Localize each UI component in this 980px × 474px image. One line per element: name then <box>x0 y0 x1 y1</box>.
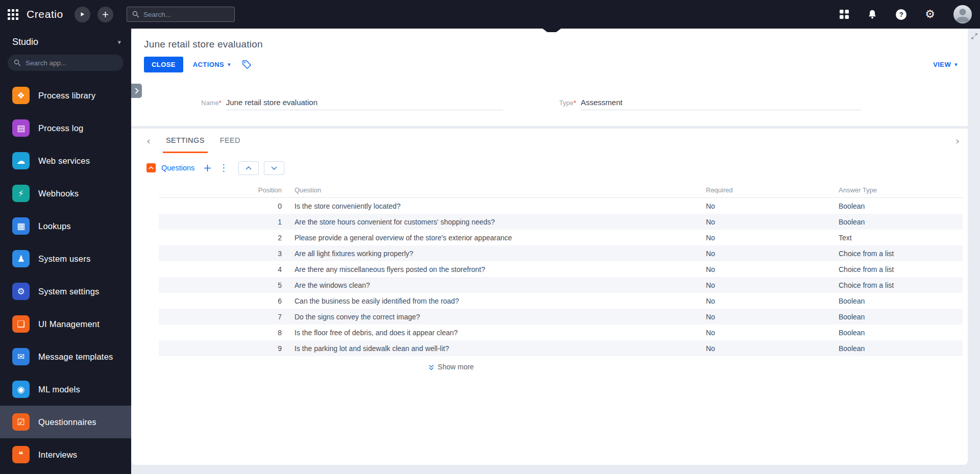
view-button[interactable]: VIEW ▾ <box>933 61 958 68</box>
cell-answer-type: Boolean <box>826 297 963 305</box>
sidebar-item-message-templates[interactable]: ✉Message templates <box>0 340 131 373</box>
sidebar-item-process-log[interactable]: ▤Process log <box>0 112 131 144</box>
type-field-label: Type* <box>559 99 576 107</box>
user-avatar[interactable] <box>953 5 972 23</box>
table-row[interactable]: 9Is the parking lot and sidewalk clean a… <box>159 340 963 356</box>
sidebar: Studio ▾ ❖Process library▤Process log☁We… <box>0 29 131 474</box>
cell-question: Are the store hours convenient for custo… <box>283 218 694 226</box>
topbar: Creatio ? ⚙ <box>0 0 980 29</box>
table-row[interactable]: 3Are all light fixtures working properly… <box>159 245 963 261</box>
topbar-left: Creatio <box>8 7 235 22</box>
lookups-icon: ▦ <box>12 217 30 235</box>
table-row[interactable]: 0Is the store conveniently located?NoBoo… <box>159 198 963 214</box>
show-more-label: Show more <box>438 363 474 371</box>
sidebar-item-label: Process log <box>38 123 83 133</box>
chevron-down-icon: ▾ <box>954 61 958 68</box>
collapse-section-button[interactable] <box>146 163 156 172</box>
sidebar-item-ui-management[interactable]: ❏UI Management <box>0 308 131 340</box>
cell-position: 2 <box>159 234 283 242</box>
interviews-icon: ❝ <box>12 446 30 463</box>
run-process-button[interactable] <box>75 7 90 22</box>
tab-feed[interactable]: FEED <box>217 129 243 153</box>
cell-question: Please provide a general overview of the… <box>283 234 694 242</box>
required-mark: * <box>574 99 576 107</box>
cell-question: Do the signs convey the correct image? <box>283 313 694 321</box>
chevron-down-icon: ▾ <box>117 38 121 46</box>
tag-icon <box>242 60 252 69</box>
actions-button[interactable]: ACTIONS ▾ <box>193 61 231 68</box>
tags-button[interactable] <box>242 60 252 69</box>
name-field-value[interactable]: June retail store evaluation <box>226 98 503 110</box>
chevron-right-icon <box>135 88 139 94</box>
show-more-button[interactable]: Show more <box>428 363 474 371</box>
column-header-required[interactable]: Required <box>694 186 826 194</box>
global-search <box>127 7 235 22</box>
cell-required: No <box>694 202 826 210</box>
sidebar-item-ml-models[interactable]: ◉ML models <box>0 373 131 406</box>
plus-icon <box>204 164 211 172</box>
actions-label: ACTIONS <box>193 61 224 68</box>
add-question-button[interactable] <box>204 164 211 172</box>
table-row[interactable]: 4Are there any miscellaneous flyers post… <box>159 261 963 277</box>
global-search-input[interactable] <box>143 11 229 18</box>
move-down-button[interactable] <box>264 161 284 175</box>
questions-section-toolbar: Questions ⋮ <box>131 160 968 176</box>
table-row[interactable]: 6Can the business be easily identified f… <box>159 293 963 309</box>
cell-position: 0 <box>159 202 283 210</box>
notifications-bell-icon[interactable] <box>867 9 877 19</box>
cell-required: No <box>694 218 826 226</box>
record-fields: Name* June retail store evaluation Type*… <box>131 98 968 110</box>
double-chevron-down-icon <box>428 364 434 370</box>
cell-required: No <box>694 297 826 305</box>
sidebar-item-questionnaires[interactable]: ☑Questionnaires <box>0 406 131 438</box>
column-header-answer-type[interactable]: Answer Type <box>826 186 963 194</box>
cell-answer-type: Boolean <box>826 329 963 337</box>
cell-position: 9 <box>159 344 283 353</box>
workspace-name: Studio <box>12 37 38 47</box>
table-row[interactable]: 5Are the windows clean?NoChoice from a l… <box>159 277 963 293</box>
sidebar-item-process-library[interactable]: ❖Process library <box>0 79 131 112</box>
cell-answer-type: Choice from a list <box>826 250 963 258</box>
settings-gear-icon[interactable]: ⚙ <box>925 9 935 20</box>
questions-section-title[interactable]: Questions <box>161 164 194 172</box>
move-up-button[interactable] <box>238 161 259 175</box>
sidebar-item-system-users[interactable]: ♟System users <box>0 242 131 275</box>
kebab-menu-icon[interactable]: ⋮ <box>219 163 228 172</box>
tab-settings[interactable]: SETTINGS <box>163 129 208 153</box>
cell-position: 3 <box>159 250 283 258</box>
close-button[interactable]: CLOSE <box>144 57 183 72</box>
table-row[interactable]: 1Are the store hours convenient for cust… <box>159 214 963 230</box>
table-row[interactable]: 2Please provide a general overview of th… <box>159 230 963 245</box>
cell-question: Are all light fixtures working properly? <box>283 250 694 258</box>
sidebar-item-label: Web services <box>38 156 90 166</box>
app-launcher-icon[interactable] <box>8 9 18 20</box>
type-field-value[interactable]: Assessment <box>581 98 861 110</box>
table-row[interactable]: 8Is the floor free of debris, and does i… <box>159 325 963 340</box>
cell-answer-type: Boolean <box>826 344 963 353</box>
cell-required: No <box>694 313 826 321</box>
sidebar-item-web-services[interactable]: ☁Web services <box>0 144 131 177</box>
workspaces-tiles-icon[interactable] <box>840 10 849 19</box>
cell-question: Is the store conveniently located? <box>283 202 694 210</box>
cell-position: 6 <box>159 297 283 305</box>
resize-handle-icon[interactable] <box>971 33 978 42</box>
sidebar-item-label: System settings <box>38 287 99 296</box>
column-header-question[interactable]: Question <box>283 186 694 194</box>
sidebar-item-lookups[interactable]: ▦Lookups <box>0 210 131 242</box>
chevron-down-icon <box>271 166 277 170</box>
tabs-scroll-right-icon[interactable]: › <box>955 136 960 146</box>
workspace-selector[interactable]: Studio ▾ <box>0 29 131 47</box>
expand-panel-handle[interactable] <box>131 84 142 98</box>
column-header-position[interactable]: Position <box>159 186 283 194</box>
tabs-scroll-left-icon[interactable]: ‹ <box>146 136 151 146</box>
sidebar-item-system-settings[interactable]: ⚙System settings <box>0 275 131 308</box>
cell-required: No <box>694 250 826 258</box>
app-search-input[interactable] <box>26 59 117 67</box>
table-row[interactable]: 7Do the signs convey the correct image?N… <box>159 309 963 325</box>
new-record-button[interactable] <box>97 7 113 22</box>
sidebar-item-webhooks[interactable]: ⚡Webhooks <box>0 177 131 210</box>
sidebar-item-interviews[interactable]: ❝Interviews <box>0 438 131 471</box>
help-icon[interactable]: ? <box>896 9 906 20</box>
cell-position: 4 <box>159 265 283 273</box>
questions-table-body: 0Is the store conveniently located?NoBoo… <box>159 198 963 356</box>
